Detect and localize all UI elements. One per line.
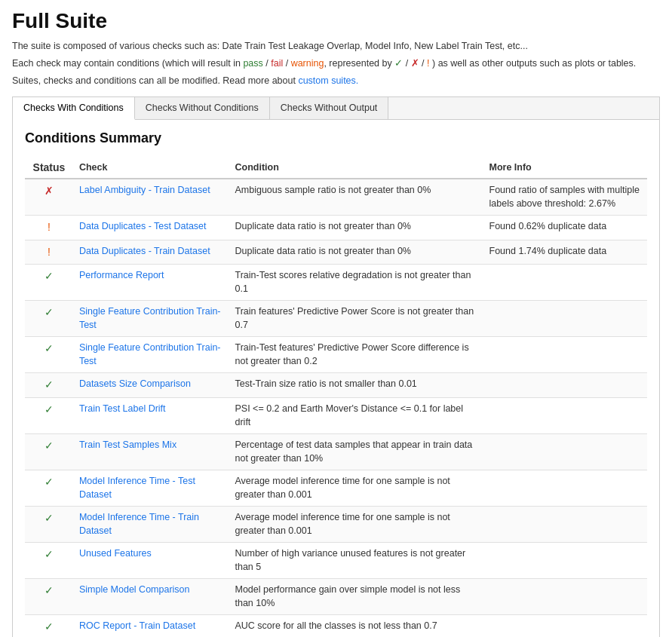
tabs-header: Checks With Conditions Checks Without Co… [13, 97, 659, 120]
check-link[interactable]: Data Duplicates - Train Dataset [79, 246, 210, 256]
check-cell: ROC Report - Train Dataset [73, 615, 229, 637]
status-cell: ✓ [25, 337, 73, 373]
more-info-cell [483, 265, 647, 301]
status-cell: ✓ [25, 543, 73, 579]
more-info-cell [483, 507, 647, 543]
more-info-cell [483, 398, 647, 434]
status-cell: ✓ [25, 301, 73, 337]
check-link[interactable]: Label Ambiguity - Train Dataset [79, 185, 210, 195]
condition-cell: Duplicate data ratio is not greater than… [229, 216, 483, 240]
status-cell: ✓ [25, 265, 73, 301]
status-cell: ✓ [25, 615, 73, 637]
check-cell: Model Inference Time - Test Dataset [73, 470, 229, 507]
check-cell: Performance Report [73, 265, 229, 301]
table-row: ✗Label Ambiguity - Train DatasetAmbiguou… [25, 179, 647, 216]
check-cell: Data Duplicates - Train Dataset [73, 240, 229, 265]
page-title: Full Suite [12, 9, 660, 33]
status-cell: ✓ [25, 373, 73, 398]
condition-cell: PSI <= 0.2 and Earth Mover's Distance <=… [229, 398, 483, 434]
condition-cell: Duplicate data ratio is not greater than… [229, 240, 483, 265]
more-info-cell [483, 615, 647, 637]
check-cell: Simple Model Comparison [73, 579, 229, 615]
check-link[interactable]: Datasets Size Comparison [79, 378, 191, 389]
status-cell: ✓ [25, 398, 73, 434]
condition-cell: Average model inference time for one sam… [229, 470, 483, 507]
condition-cell: Ambiguous sample ratio is not greater th… [229, 179, 483, 216]
check-link[interactable]: Train Test Label Drift [79, 403, 166, 414]
description-3: Suites, checks and conditions can all be… [12, 74, 660, 88]
more-info-cell [483, 301, 647, 337]
table-row: ✓Performance ReportTrain-Test scores rel… [25, 265, 647, 301]
col-status: Status [25, 157, 73, 179]
table-header-row: Status Check Condition More Info [25, 157, 647, 179]
table-body: ✗Label Ambiguity - Train DatasetAmbiguou… [25, 179, 647, 637]
more-info-cell [483, 337, 647, 373]
table-row: !Data Duplicates - Test DatasetDuplicate… [25, 216, 647, 240]
tab-content-conditions: Conditions Summary Status Check Conditio… [13, 120, 659, 637]
check-cell: Datasets Size Comparison [73, 373, 229, 398]
status-cell: ✓ [25, 470, 73, 507]
status-cell: ✓ [25, 507, 73, 543]
section-title: Conditions Summary [25, 130, 647, 146]
more-info-cell [483, 470, 647, 507]
description-2: Each check may contain conditions (which… [12, 57, 660, 71]
table-row: ✓Single Feature Contribution Train-TestT… [25, 301, 647, 337]
check-link[interactable]: Data Duplicates - Test Dataset [79, 221, 207, 231]
condition-cell: Model performance gain over simple model… [229, 579, 483, 615]
col-more-info: More Info [483, 157, 647, 179]
status-cell: ✓ [25, 434, 73, 470]
col-condition: Condition [229, 157, 483, 179]
check-cell: Train Test Samples Mix [73, 434, 229, 470]
more-info-cell: Found 0.62% duplicate data [483, 216, 647, 240]
description-1: The suite is composed of various checks … [12, 39, 660, 54]
condition-cell: Train features' Predictive Power Score i… [229, 301, 483, 337]
status-cell: ! [25, 216, 73, 240]
check-cell: Data Duplicates - Test Dataset [73, 216, 229, 240]
table-row: ✓ROC Report - Train DatasetAUC score for… [25, 615, 647, 637]
check-link[interactable]: Model Inference Time - Train Dataset [79, 512, 199, 536]
table-row: !Data Duplicates - Train DatasetDuplicat… [25, 240, 647, 265]
check-link[interactable]: ROC Report - Train Dataset [79, 620, 195, 631]
check-cell: Single Feature Contribution Train-Test [73, 301, 229, 337]
check-cell: Unused Features [73, 543, 229, 579]
table-row: ✓Model Inference Time - Test DatasetAver… [25, 470, 647, 507]
tab-checks-with-conditions[interactable]: Checks With Conditions [13, 97, 135, 120]
check-link[interactable]: Performance Report [79, 270, 164, 280]
table-row: ✓Train Test Samples MixPercentage of tes… [25, 434, 647, 470]
conditions-table: Status Check Condition More Info ✗Label … [25, 157, 647, 637]
table-row: ✓Unused FeaturesNumber of high variance … [25, 543, 647, 579]
check-link[interactable]: Unused Features [79, 548, 152, 559]
check-cell: Label Ambiguity - Train Dataset [73, 179, 229, 216]
status-cell: ! [25, 240, 73, 265]
table-row: ✓Train Test Label DriftPSI <= 0.2 and Ea… [25, 398, 647, 434]
tab-checks-without-output[interactable]: Checks Without Output [270, 97, 389, 119]
more-info-cell [483, 434, 647, 470]
more-info-cell: Found ratio of samples with multiple lab… [483, 179, 647, 216]
table-row: ✓Single Feature Contribution Train-TestT… [25, 337, 647, 373]
table-row: ✓Simple Model ComparisonModel performanc… [25, 579, 647, 615]
check-cell: Model Inference Time - Train Dataset [73, 507, 229, 543]
status-cell: ✓ [25, 579, 73, 615]
check-link[interactable]: Simple Model Comparison [79, 584, 190, 595]
tab-checks-without-conditions[interactable]: Checks Without Conditions [135, 97, 270, 119]
more-info-cell [483, 579, 647, 615]
check-link[interactable]: Model Inference Time - Test Dataset [79, 476, 195, 500]
check-link[interactable]: Train Test Samples Mix [79, 439, 176, 450]
custom-suites-link[interactable]: custom suites. [298, 75, 358, 86]
more-info-cell [483, 373, 647, 398]
condition-cell: Test-Train size ratio is not smaller tha… [229, 373, 483, 398]
table-row: ✓Datasets Size ComparisonTest-Train size… [25, 373, 647, 398]
condition-cell: Percentage of test data samples that app… [229, 434, 483, 470]
condition-cell: Train-Test features' Predictive Power Sc… [229, 337, 483, 373]
check-link[interactable]: Single Feature Contribution Train-Test [79, 342, 221, 366]
more-info-cell [483, 543, 647, 579]
more-info-cell: Found 1.74% duplicate data [483, 240, 647, 265]
check-cell: Single Feature Contribution Train-Test [73, 337, 229, 373]
check-cell: Train Test Label Drift [73, 398, 229, 434]
col-check: Check [73, 157, 229, 179]
condition-cell: AUC score for all the classes is not les… [229, 615, 483, 637]
condition-cell: Train-Test scores relative degradation i… [229, 265, 483, 301]
check-link[interactable]: Single Feature Contribution Train-Test [79, 306, 221, 330]
condition-cell: Number of high variance unused features … [229, 543, 483, 579]
status-cell: ✗ [25, 179, 73, 216]
